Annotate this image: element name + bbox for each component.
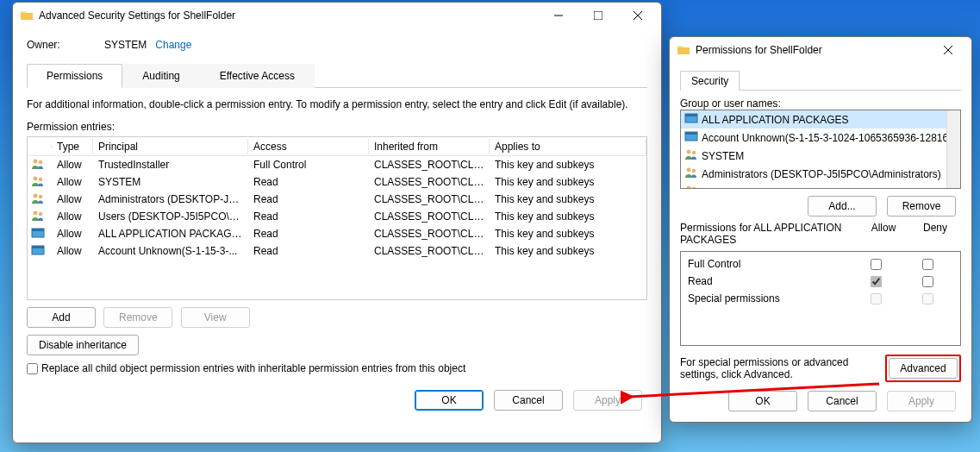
- replace-child-checkbox[interactable]: [27, 363, 38, 374]
- permissions-grid: Full ControlReadSpecial permissions: [680, 251, 961, 346]
- apply-button: Apply: [887, 391, 956, 411]
- deny-checkbox[interactable]: [922, 276, 933, 287]
- svg-rect-13: [32, 229, 44, 231]
- col-inherited[interactable]: Inherited from: [369, 139, 490, 154]
- ok-button[interactable]: OK: [728, 391, 797, 411]
- cell-type: Allow: [52, 174, 93, 190]
- svg-point-24: [687, 168, 691, 173]
- svg-point-4: [34, 159, 38, 163]
- principal-icon: [28, 242, 52, 261]
- cell-principal: Account Unknown(S-1-15-3-...: [93, 243, 248, 259]
- group-listbox[interactable]: ALL APPLICATION PACKAGESAccount Unknown(…: [680, 110, 961, 189]
- remove-button[interactable]: Remove: [887, 196, 956, 217]
- change-owner-link[interactable]: Change: [155, 39, 191, 51]
- group-label: Group or user names:: [680, 97, 961, 110]
- close-button[interactable]: [928, 37, 968, 63]
- principal-icon: [684, 148, 698, 164]
- permission-row: Full Control: [688, 255, 953, 273]
- window-title: Permissions for ShellFolder: [696, 44, 928, 56]
- table-row[interactable]: AllowTrustedInstallerFull ControlCLASSES…: [28, 156, 646, 173]
- principal-icon: [684, 166, 698, 182]
- cell-access: Read: [248, 226, 369, 242]
- entries-label: Permission entries:: [27, 121, 647, 133]
- svg-point-27: [692, 187, 696, 189]
- disable-inheritance-button[interactable]: Disable inheritance: [27, 335, 139, 355]
- add-button[interactable]: Add: [27, 307, 96, 328]
- cancel-button[interactable]: Cancel: [808, 391, 877, 411]
- tab-permissions[interactable]: Permissions: [27, 64, 122, 88]
- cell-access: Read: [248, 191, 369, 207]
- cell-applies: This key and subkeys: [490, 243, 646, 259]
- scrollbar[interactable]: [946, 110, 960, 188]
- svg-point-10: [34, 210, 38, 215]
- cell-inherited: CLASSES_ROOT\CLSID\...: [369, 191, 490, 207]
- principal-icon: [684, 184, 698, 189]
- table-row[interactable]: AllowAccount Unknown(S-1-15-3-...ReadCLA…: [28, 242, 646, 260]
- permission-entries-table[interactable]: Type Principal Access Inherited from App…: [27, 136, 647, 300]
- highlight-box: Advanced: [885, 355, 961, 382]
- table-row[interactable]: AllowAdministrators (DESKTOP-J5I5...Read…: [28, 191, 646, 208]
- minimize-button[interactable]: [539, 3, 578, 28]
- cell-applies: This key and subkeys: [490, 174, 646, 190]
- list-item[interactable]: ALL APPLICATION PACKAGES: [681, 110, 960, 129]
- owner-label: Owner:: [27, 39, 104, 51]
- deny-checkbox: [922, 293, 933, 304]
- svg-rect-19: [685, 114, 697, 116]
- list-item[interactable]: Account Unknown(S-1-15-3-1024-1065365936…: [681, 129, 960, 147]
- cell-inherited: CLASSES_ROOT\CLSID\...: [369, 226, 490, 242]
- advanced-button[interactable]: Advanced: [889, 358, 958, 379]
- col-access[interactable]: Access: [248, 139, 369, 154]
- cell-principal: ALL APPLICATION PACKAGES: [93, 226, 248, 242]
- cell-type: Allow: [52, 226, 93, 242]
- cell-type: Allow: [52, 191, 93, 207]
- tab-effective-access[interactable]: Effective Access: [200, 64, 315, 88]
- special-permissions-text: For special permissions or advanced sett…: [680, 356, 885, 380]
- cell-type: Allow: [52, 209, 93, 224]
- svg-point-6: [34, 176, 38, 180]
- cell-principal: TrustedInstaller: [93, 157, 248, 173]
- cell-applies: This key and subkeys: [490, 191, 646, 207]
- allow-checkbox[interactable]: [871, 276, 882, 287]
- cell-type: Allow: [52, 243, 93, 259]
- table-row[interactable]: AllowALL APPLICATION PACKAGESReadCLASSES…: [28, 225, 646, 242]
- list-item[interactable]: Administrators (DESKTOP-J5I5PCO\Administ…: [681, 165, 960, 183]
- tab-security[interactable]: Security: [680, 71, 740, 91]
- cell-principal: Administrators (DESKTOP-J5I5...: [93, 191, 248, 207]
- col-type[interactable]: Type: [52, 139, 93, 154]
- principal-icon: [684, 111, 698, 128]
- view-button: View: [181, 307, 250, 328]
- list-item[interactable]: Users (DESKTOP-J5I5PCO\Users): [681, 183, 960, 189]
- close-button[interactable]: [618, 3, 658, 28]
- maximize-button[interactable]: [578, 3, 618, 28]
- permission-row: Special permissions: [688, 290, 953, 307]
- col-principal[interactable]: Principal: [93, 139, 248, 154]
- svg-point-26: [687, 186, 691, 189]
- ok-button[interactable]: OK: [415, 390, 484, 411]
- permission-row: Read: [688, 273, 953, 290]
- titlebar[interactable]: Advanced Security Settings for ShellFold…: [13, 3, 661, 28]
- col-deny: Deny: [909, 222, 961, 246]
- svg-point-11: [39, 211, 42, 215]
- titlebar[interactable]: Permissions for ShellFolder: [670, 37, 971, 63]
- cancel-button[interactable]: Cancel: [494, 390, 563, 411]
- svg-point-22: [687, 150, 691, 154]
- table-row[interactable]: AllowUsers (DESKTOP-J5I5PCO\Use...ReadCL…: [28, 208, 646, 225]
- allow-checkbox[interactable]: [871, 259, 882, 270]
- deny-checkbox[interactable]: [922, 259, 933, 270]
- list-item[interactable]: SYSTEM: [681, 147, 960, 165]
- svg-rect-15: [32, 246, 44, 248]
- add-button[interactable]: Add...: [808, 196, 877, 217]
- svg-point-5: [39, 160, 42, 163]
- col-applies[interactable]: Applies to: [490, 139, 646, 154]
- cell-access: Full Control: [248, 157, 369, 173]
- cell-access: Read: [248, 243, 369, 259]
- replace-child-label: Replace all child object permission entr…: [41, 362, 465, 374]
- svg-point-8: [34, 193, 38, 198]
- cell-applies: This key and subkeys: [490, 209, 646, 224]
- table-row[interactable]: AllowSYSTEMReadCLASSES_ROOT\CLSID\...Thi…: [28, 173, 646, 191]
- svg-point-7: [39, 177, 42, 180]
- svg-point-25: [692, 169, 696, 173]
- tab-auditing[interactable]: Auditing: [122, 64, 199, 88]
- advanced-security-window: Advanced Security Settings for ShellFold…: [12, 2, 662, 443]
- window-title: Advanced Security Settings for ShellFold…: [39, 9, 539, 22]
